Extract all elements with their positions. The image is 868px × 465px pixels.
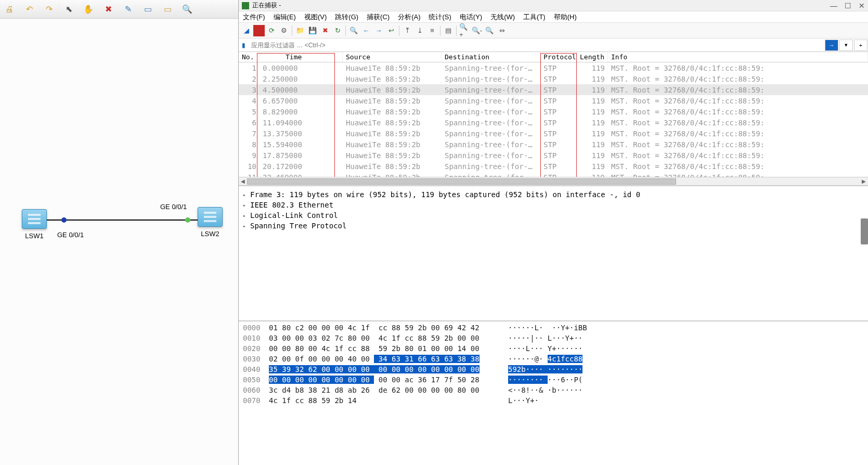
packet-row[interactable]: 34.500000HuaweiTe_88:59:2bSpanning-tree-…	[239, 84, 868, 95]
wireshark-toolbar: ◢ ⟳ ⚙ 📁 💾 ✖ ↻ 🔍 ← → ↩ ⤒ ⤓ ≡ ▤ 🔍+ 🔍- 🔍 ⇔	[239, 23, 868, 38]
menu-go[interactable]: 跳转(G)	[335, 12, 358, 22]
autoscroll-icon[interactable]: ≡	[426, 25, 438, 36]
link-line	[47, 219, 198, 221]
bookmark-icon[interactable]: ▮	[239, 42, 248, 49]
undo-icon[interactable]: ↶	[24, 4, 34, 15]
col-no[interactable]: No.	[239, 52, 260, 62]
last-icon[interactable]: ⤓	[414, 25, 425, 36]
capture-options-icon[interactable]: ⚙	[278, 25, 290, 36]
packet-row[interactable]: 46.657000HuaweiTe_88:59:2bSpanning-tree-…	[239, 95, 868, 106]
packet-list[interactable]: No. Time Source Destination Protocol Len…	[239, 52, 868, 186]
packet-row[interactable]: 815.594000HuaweiTe_88:59:2bSpanning-tree…	[239, 139, 868, 150]
menu-wireless[interactable]: 无线(W)	[490, 12, 515, 22]
menu-edit[interactable]: 编辑(E)	[274, 12, 296, 22]
first-icon[interactable]: ⤒	[401, 25, 413, 36]
window-title: 正在捕获 -	[252, 1, 830, 10]
packet-row[interactable]: 58.829000HuaweiTe_88:59:2bSpanning-tree-…	[239, 106, 868, 117]
topology-canvas[interactable]: LSW1 LSW2 GE 0/0/1 GE 0/0/1	[0, 19, 238, 465]
packet-row[interactable]: 1020.172000HuaweiTe_88:59:2bSpanning-tre…	[239, 161, 868, 172]
rect1-icon[interactable]: ▭	[142, 4, 153, 15]
vertical-scrollbar[interactable]	[861, 218, 868, 244]
zoom-reset-icon[interactable]: 🔍	[484, 25, 495, 36]
packet-row[interactable]: 22.250000HuaweiTe_88:59:2bSpanning-tree-…	[239, 73, 868, 84]
start-capture-icon[interactable]: ◢	[241, 25, 252, 36]
minimize-button[interactable]: —	[830, 2, 837, 10]
menu-capture[interactable]: 捕获(C)	[367, 12, 390, 22]
rect2-icon[interactable]: ▭	[162, 4, 173, 15]
restart-capture-icon[interactable]: ⟳	[266, 25, 277, 36]
next-icon[interactable]: →	[373, 25, 384, 36]
wireshark-icon	[242, 2, 249, 9]
close-button[interactable]: ✕	[859, 2, 865, 10]
topology-panel: 🖨 ↶ ↷ ⬉ ✋ ✖ ✎ ▭ ▭ 🔍 LSW1 LSW2 GE 0/0/1 G…	[0, 0, 238, 465]
menu-stats[interactable]: 统计(S)	[429, 12, 451, 22]
menu-telephony[interactable]: 电话(Y)	[460, 12, 482, 22]
packet-row[interactable]: 611.094000HuaweiTe_88:59:2bSpanning-tree…	[239, 117, 868, 128]
stop-capture-icon[interactable]	[253, 25, 265, 36]
topology-toolbar: 🖨 ↶ ↷ ⬉ ✋ ✖ ✎ ▭ ▭ 🔍	[0, 0, 238, 19]
delete-icon[interactable]: ✖	[103, 4, 113, 15]
redo-icon[interactable]: ↷	[44, 4, 54, 15]
edit-icon[interactable]: ✎	[123, 4, 133, 15]
menu-file[interactable]: 文件(F)	[243, 12, 265, 22]
hex-line[interactable]: 00704c 1f cc 88 59 2b 14L···Y+·	[243, 396, 864, 407]
filter-bar: ▮ → ▾ +	[239, 38, 868, 52]
port-label-right: GE 0/0/1	[160, 203, 187, 211]
packet-row[interactable]: 917.875000HuaweiTe_88:59:2bSpanning-tree…	[239, 150, 868, 161]
switch-lsw2[interactable]: LSW2	[198, 207, 223, 238]
packet-row[interactable]: 10.000000HuaweiTe_88:59:2bSpanning-tree-…	[239, 62, 868, 73]
packet-row[interactable]: 713.375000HuaweiTe_88:59:2bSpanning-tree…	[239, 128, 868, 139]
menu-tools[interactable]: 工具(T)	[523, 12, 546, 22]
menu-view[interactable]: 视图(V)	[304, 12, 327, 22]
prev-icon[interactable]: ←	[360, 25, 372, 36]
save-file-icon[interactable]: 💾	[307, 25, 318, 36]
hex-line[interactable]: 002000 00 80 00 4c 1f cc 88 59 2b 80 01 …	[243, 344, 864, 355]
detail-tree-item[interactable]: ▸Logical-Link Control	[243, 210, 864, 221]
menu-help[interactable]: 帮助(H)	[554, 12, 577, 22]
hex-line[interactable]: 001003 00 00 03 02 7c 80 00 4c 1f cc 88 …	[243, 334, 864, 344]
close-file-icon[interactable]: ✖	[319, 25, 331, 36]
col-source[interactable]: Source	[343, 52, 442, 62]
hex-line[interactable]: 00603c d4 b8 38 21 d8 ab 26 de 62 00 00 …	[243, 386, 864, 396]
detail-tree-item[interactable]: ▸IEEE 802.3 Ethernet	[243, 200, 864, 210]
zoom-in-icon[interactable]: 🔍+	[459, 25, 470, 36]
detail-tree-item[interactable]: ▸Spanning Tree Protocol	[243, 221, 864, 231]
packet-bytes[interactable]: 000001 80 c2 00 00 00 4c 1f cc 88 59 2b …	[239, 321, 868, 465]
filter-add-button[interactable]: +	[854, 40, 867, 51]
reload-icon[interactable]: ↻	[332, 25, 343, 36]
hex-line[interactable]: 005000 00 00 00 00 00 00 00 00 00 ac 36 …	[243, 376, 864, 386]
filter-dropdown-button[interactable]: ▾	[839, 40, 853, 51]
hex-line[interactable]: 000001 80 c2 00 00 00 4c 1f cc 88 59 2b …	[243, 324, 864, 334]
col-protocol[interactable]: Protocol	[540, 52, 577, 62]
col-time[interactable]: Time	[260, 52, 343, 62]
col-destination[interactable]: Destination	[442, 52, 540, 62]
zoom-icon[interactable]: 🔍	[182, 4, 192, 15]
pointer-icon[interactable]: ⬉	[63, 4, 74, 15]
find-icon[interactable]: 🔍	[348, 25, 359, 36]
open-file-icon[interactable]: 📁	[294, 25, 306, 36]
filter-apply-button[interactable]: →	[825, 40, 838, 51]
packet-rows[interactable]: 10.000000HuaweiTe_88:59:2bSpanning-tree-…	[239, 62, 868, 183]
resize-cols-icon[interactable]: ⇔	[496, 25, 508, 36]
col-info[interactable]: Info	[608, 52, 868, 62]
titlebar: 正在捕获 - — ☐ ✕	[239, 0, 868, 11]
detail-tree-item[interactable]: ▸Frame 3: 119 bytes on wire (952 bits), …	[243, 189, 864, 200]
col-length[interactable]: Length	[577, 52, 608, 62]
zoom-out-icon[interactable]: 🔍-	[471, 25, 483, 36]
maximize-button[interactable]: ☐	[845, 2, 851, 10]
pan-icon[interactable]: ✋	[83, 4, 94, 15]
print-icon[interactable]: 🖨	[4, 4, 15, 15]
menu-analyze[interactable]: 分析(A)	[398, 12, 420, 22]
hex-line[interactable]: 004035 39 32 62 00 00 00 00 00 00 00 00 …	[243, 365, 864, 376]
switch-lsw1[interactable]: LSW1	[22, 209, 47, 240]
scroll-left-icon[interactable]: ◀	[239, 178, 247, 184]
colorize-icon[interactable]: ▤	[443, 25, 454, 36]
port-label-left: GE 0/0/1	[57, 231, 84, 239]
packet-details[interactable]: ▸Frame 3: 119 bytes on wire (952 bits), …	[239, 186, 868, 321]
scroll-right-icon[interactable]: ▶	[860, 178, 868, 184]
display-filter-input[interactable]	[248, 40, 824, 51]
hex-line[interactable]: 003002 00 0f 00 00 00 40 00 34 63 31 66 …	[243, 355, 864, 365]
goto-icon[interactable]: ↩	[385, 25, 397, 36]
switch-lsw2-label: LSW2	[198, 230, 223, 238]
packet-hscroll[interactable]: ◀ ▶	[239, 177, 868, 185]
